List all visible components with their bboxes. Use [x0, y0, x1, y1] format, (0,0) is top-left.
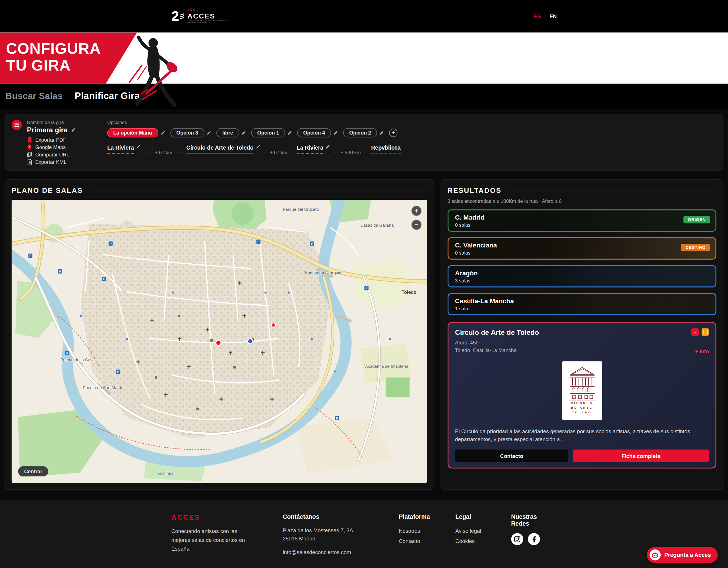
note-button[interactable]: [702, 328, 709, 336]
contact-button[interactable]: Contacto: [455, 450, 568, 462]
edit-icon[interactable]: [206, 131, 211, 135]
venue-logo-text: CÍRCULO DE ARTE TOLEDO: [571, 401, 593, 415]
distance-connector: ± 67 km: [144, 148, 183, 157]
venue-card-circulo-de-arte: Círculo de Arte de Toledo − Aforo: 450 T…: [448, 322, 716, 469]
logo-name: ACCES: [187, 13, 230, 19]
note-icon: [703, 330, 708, 334]
destination-badge: DESTINO: [681, 244, 710, 251]
add-option-button[interactable]: +: [389, 129, 398, 137]
option-chips-row: La opción Manu Opción 3 libre Opción 1 O…: [107, 128, 716, 138]
hero-red-shape: CONFIGURA TU GIRA: [0, 32, 139, 84]
edit-tour-name-icon[interactable]: [71, 127, 75, 132]
venue-name: Círculo de Arte de Toledo: [455, 328, 539, 336]
logo-arcs-icon: [180, 14, 184, 18]
option-chip-opcion-1[interactable]: Opción 1: [251, 128, 285, 138]
tour-list-icon: [12, 120, 22, 130]
venue-building-icon: [567, 364, 597, 400]
tour-planner-app: 2 AÑOS ACCES ASOCIACIÓN ESTATAL DE SALAS…: [0, 0, 728, 568]
edit-icon[interactable]: [333, 131, 338, 135]
logo-2-glyph: 2: [171, 9, 178, 23]
edit-icon[interactable]: [326, 144, 330, 149]
pdf-icon: [27, 137, 32, 143]
footer-address-line2: 28015 Madrid: [283, 535, 399, 543]
hero-title: CONFIGURA TU GIRA: [6, 40, 139, 74]
footer-link-aviso-legal[interactable]: Aviso legal: [455, 526, 511, 536]
facebook-icon: [531, 536, 537, 542]
facebook-button[interactable]: [528, 533, 540, 545]
center-map-button[interactable]: Centrar: [18, 466, 48, 476]
footer-address-line1: Plaza de los Mostenses 7, 3A: [283, 526, 399, 535]
venue-logo: CÍRCULO DE ARTE TOLEDO: [562, 361, 602, 420]
option-chip-opcion-3[interactable]: Opción 3: [170, 128, 204, 138]
export-kml-button[interactable]: Exportar KML: [27, 159, 95, 165]
edit-icon[interactable]: [288, 131, 292, 135]
acces-logo[interactable]: 2 AÑOS ACCES ASOCIACIÓN ESTATAL DE SALAS…: [171, 9, 230, 24]
option-chip-opcion-2[interactable]: Opción 2: [343, 128, 377, 138]
footer-link-cookies[interactable]: Cookies: [455, 536, 511, 546]
map-pin-icon: [27, 144, 32, 150]
edit-icon[interactable]: [160, 131, 165, 135]
venue-marker-blue[interactable]: [248, 339, 253, 344]
venue-info-link[interactable]: + Info: [695, 349, 709, 354]
venue-marker-red[interactable]: [216, 340, 221, 345]
distance-connector: ± 67 km: [264, 148, 293, 157]
region-card-aragon[interactable]: Aragón 3 salas: [448, 265, 716, 287]
divider: [89, 190, 427, 191]
export-pdf-button[interactable]: Exportar PDF: [27, 137, 95, 143]
zoom-out-button[interactable]: −: [411, 220, 422, 230]
zoom-in-button[interactable]: +: [411, 206, 422, 216]
logo-tagline: ASOCIACIÓN ESTATAL DE SALAS PRIVADAS DE …: [187, 20, 230, 24]
region-card-valenciana[interactable]: C. Valenciana 0 salas DESTINO: [448, 237, 716, 259]
edit-icon[interactable]: [379, 131, 384, 135]
options-label: Opciones: [107, 120, 716, 125]
distance-connector: ± 300 km: [334, 148, 368, 157]
lang-en-button[interactable]: EN: [550, 13, 557, 19]
venue-capacity: Aforo: 450: [455, 339, 709, 347]
map-canvas[interactable]: P: [12, 200, 427, 483]
footer: ACCES Conectando artistas con las mejore…: [0, 500, 728, 568]
guitarist-image: [125, 34, 190, 113]
region-card-madrid[interactable]: C. Madrid 0 salas ORIGEN: [448, 209, 716, 232]
tour-name-label: Nombre de la gira: [27, 120, 76, 125]
copy-icon: [27, 152, 32, 158]
stop-circulo-de-arte[interactable]: Círculo de Arte de Toledo: [186, 144, 253, 154]
map-panel: PLANO DE SALAS P: [5, 179, 434, 490]
venue-logo-zone: CÍRCULO DE ARTE TOLEDO: [455, 356, 709, 425]
section-nav: Buscar Salas Planificar Gira: [0, 84, 728, 109]
stop-repvblicca[interactable]: Repvblicca: [371, 144, 400, 154]
edit-icon[interactable]: [256, 144, 260, 149]
google-maps-button[interactable]: Google Maps: [27, 144, 95, 150]
venue-description: El Círculo da prioridad a las actividade…: [455, 427, 709, 443]
footer-contact-title: Contáctanos: [283, 513, 399, 520]
tour-config-panel: Nombre de la gira Primera gira Exportar …: [5, 114, 723, 171]
remove-venue-button[interactable]: −: [691, 328, 699, 336]
logo-years-label: AÑOS: [187, 9, 230, 12]
chat-fab-label: Pregunta a Acces: [664, 552, 711, 558]
chat-bot-icon: [650, 549, 661, 560]
file-icon: [27, 159, 32, 165]
language-switcher: ES | EN: [534, 13, 557, 19]
edit-icon[interactable]: [241, 131, 246, 135]
venue-location: Toledo, Castilla-La Mancha: [455, 347, 709, 354]
instagram-button[interactable]: [511, 533, 523, 545]
footer-link-nosotros[interactable]: Nosotros: [399, 526, 455, 536]
full-sheet-button[interactable]: Ficha completa: [573, 450, 709, 462]
edit-icon[interactable]: [136, 144, 141, 149]
stop-la-riviera-1[interactable]: La Riviera: [107, 144, 134, 154]
share-url-button[interactable]: Compartir URL: [27, 152, 95, 158]
footer-platform-title: Plataforma: [399, 513, 455, 520]
lang-es-button[interactable]: ES: [534, 13, 541, 19]
footer-email-link[interactable]: info@salasdeconciertos.com: [283, 548, 399, 556]
top-header: 2 AÑOS ACCES ASOCIACIÓN ESTATAL DE SALAS…: [0, 0, 728, 32]
footer-link-contacto[interactable]: Contacto: [399, 536, 455, 546]
hero-banner: CONFIGURA TU GIRA: [0, 32, 728, 84]
option-chip-opcion-4[interactable]: Opción 4: [297, 128, 331, 138]
option-chip-la-opcion-manu[interactable]: La opción Manu: [107, 128, 158, 138]
stop-la-riviera-2[interactable]: La Riviera: [297, 144, 323, 154]
region-card-castilla-la-mancha[interactable]: Castilla-La Mancha 1 sala: [448, 293, 716, 315]
option-chip-libre[interactable]: libre: [216, 128, 239, 138]
chat-fab-button[interactable]: Pregunta a Acces: [647, 547, 718, 563]
results-summary: 3 salas encontradas a ≤ 100Km de la ruta…: [448, 198, 716, 204]
clinic-marker[interactable]: [271, 323, 276, 327]
tab-buscar-salas[interactable]: Buscar Salas: [6, 91, 63, 101]
